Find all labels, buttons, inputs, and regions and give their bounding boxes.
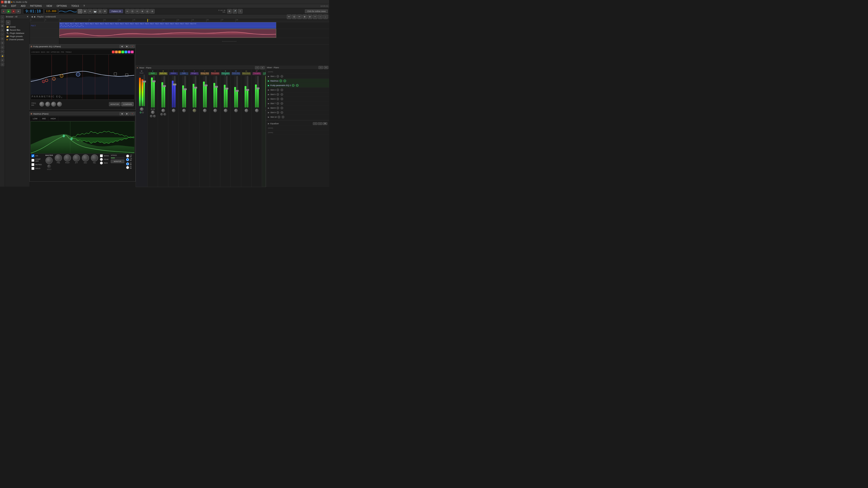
sidebar-icon-9[interactable]: ✏ [1,50,4,53]
slot-4-toggle-2[interactable] [281,89,283,91]
right-panel-slot-1[interactable]: ▶ Slot 1 [266,74,329,78]
record-button[interactable]: ● [1,9,6,13]
maximus-att-knob[interactable] [73,154,80,162]
right-panel-slot-none[interactable]: (none) [266,70,329,74]
fhorn-pan[interactable] [234,109,238,112]
maximus-on-check[interactable] [31,154,34,157]
menu-help[interactable]: ? [83,5,86,7]
slot-4-toggle[interactable] [276,89,279,91]
playlist-zoom-out[interactable]: − [318,14,322,19]
track-label-dots[interactable] [30,38,59,44]
perc2-knob[interactable] [225,88,228,90]
select-tool[interactable]: ⊡ [130,9,135,13]
eq-slot-up[interactable]: ↑ [313,122,317,125]
slot-9-toggle-2[interactable] [281,111,283,114]
minimize-button[interactable]: − [4,1,7,3]
maximus-24db-radio[interactable] [126,158,129,161]
mic-icon[interactable]: 🎤 [232,9,237,13]
slot-1-toggle[interactable] [276,75,279,78]
synth-arp-fader[interactable] [163,76,165,107]
right-panel-slot-maximus[interactable]: ▶ Maximus [266,78,329,83]
stop-button[interactable]: ■ [11,9,16,13]
menu-edit[interactable]: EDIT [10,5,17,7]
mixer-minimize[interactable]: − [255,66,259,69]
eq-arrow-left[interactable]: ◀ [120,45,124,48]
additive-header[interactable]: Additive [169,72,178,75]
synth-fader-track[interactable] [153,76,155,107]
string-ction-pan[interactable] [203,109,207,112]
slot-1-toggle-2[interactable] [281,75,283,78]
trumpets-fader[interactable] [257,76,259,107]
synth-send-r[interactable] [153,115,156,118]
menu-patterns[interactable]: PATTERNS [29,5,43,7]
eq-band-2-toggle[interactable] [115,51,118,53]
bass-drum-fader[interactable] [247,76,248,107]
sidebar-icon-3[interactable]: ◧ [1,24,4,28]
slot-5-toggle[interactable] [276,93,279,96]
string-ction-fader[interactable] [205,76,207,107]
right-panel-slot-5[interactable]: ▶ Slot 5 [266,92,329,97]
playlist-tool-2[interactable]: ⊡ [292,14,297,19]
synth-arp-send-r[interactable] [163,113,166,116]
slot-10-toggle-2[interactable] [282,116,284,119]
track-label-arp2[interactable]: Arp 2 [30,22,59,29]
eq-bw-knob[interactable] [45,102,50,107]
sidebar-icon-12[interactable]: ◫ [1,63,4,66]
right-panel-slot-10[interactable]: ▶ Slot 10 [266,115,329,119]
settings-icon[interactable]: ⚙ [227,9,232,13]
strings2-pan[interactable] [193,109,196,112]
string-ction-header[interactable]: String_ction [200,72,209,75]
right-panel-equalizer[interactable]: ▶ Equalizer ↑ ↓ ⚙ [266,121,329,126]
master-pan-knob[interactable] [140,107,144,111]
playlist-nav-prev[interactable]: ◀ [31,15,33,18]
sidebar-icon-10[interactable]: 🔒 [1,54,4,58]
mixer-close[interactable]: × [260,66,265,69]
eq-band-4-toggle[interactable] [121,51,124,53]
news-button[interactable]: Click for online news [305,9,328,13]
browser-button[interactable]: ◫ [98,9,102,13]
maximus-solo-check[interactable] [31,167,34,170]
perc-knob[interactable] [214,86,218,88]
maximus-peak-radio[interactable] [100,158,103,161]
slot-9-toggle[interactable] [276,111,279,114]
bass-drum-header[interactable]: Bass Drum [242,72,251,75]
eq-band-7-toggle[interactable] [131,51,133,53]
browser-channel-presets[interactable]: ◈ Channel presets [5,38,30,41]
mixer-button[interactable]: ≡ [88,9,92,13]
synth-arp-knob[interactable] [162,85,166,87]
sidebar-icon-8[interactable]: ◎ [1,45,4,49]
slot-7-toggle[interactable] [276,102,279,105]
synth-arp-header[interactable]: Synth Arp [159,72,167,75]
browser-recent-files[interactable]: 🕐 Recent files [5,29,30,32]
maximus-arrow-left[interactable]: ◀ [120,112,124,116]
bass-drum-knob[interactable] [246,89,249,91]
eq2-slot-toggle-2[interactable] [296,84,299,87]
maximus-rms-radio[interactable] [100,162,103,164]
browser-plugin-db[interactable]: 🔌 Plugin database [5,32,30,35]
maximus-solo-knob[interactable] [47,164,51,168]
synth-button-2[interactable] [153,108,155,110]
maximus-master-knob[interactable] [45,157,53,164]
question-icon[interactable]: ? [238,9,243,13]
play-button[interactable]: ▶ [6,9,11,13]
cello-fader[interactable] [184,76,186,107]
playlist-tool-4[interactable]: ⊕ [303,14,307,19]
trumpets-header[interactable]: Trumpets [252,72,261,75]
playlist-zoom-in[interactable]: + [313,14,317,19]
playlist-tool-1[interactable]: ✏ [287,14,291,19]
strings2-fader[interactable] [195,76,196,107]
right-panel-close[interactable]: × [324,66,328,69]
slot-10-toggle[interactable] [278,116,280,119]
maximus-muted-check[interactable] [31,163,34,166]
synth-send-l[interactable] [150,115,153,118]
menu-view[interactable]: VIEW [45,5,53,7]
maximus-24db-out-radio[interactable] [126,166,129,169]
eq-monitor-button[interactable]: MONITOR [109,102,121,106]
slot-6-toggle[interactable] [276,98,279,100]
right-panel-minimize[interactable]: − [318,66,323,69]
right-panel-slot-9[interactable]: ▶ Slot 9 [266,110,329,115]
right-panel-slot-4[interactable]: ▶ Slot 4 [266,88,329,92]
eq-slot-settings[interactable]: ⚙ [323,122,327,125]
right-panel-bottom-none-2[interactable]: (none) [266,130,329,135]
additive-fader[interactable] [174,76,176,107]
